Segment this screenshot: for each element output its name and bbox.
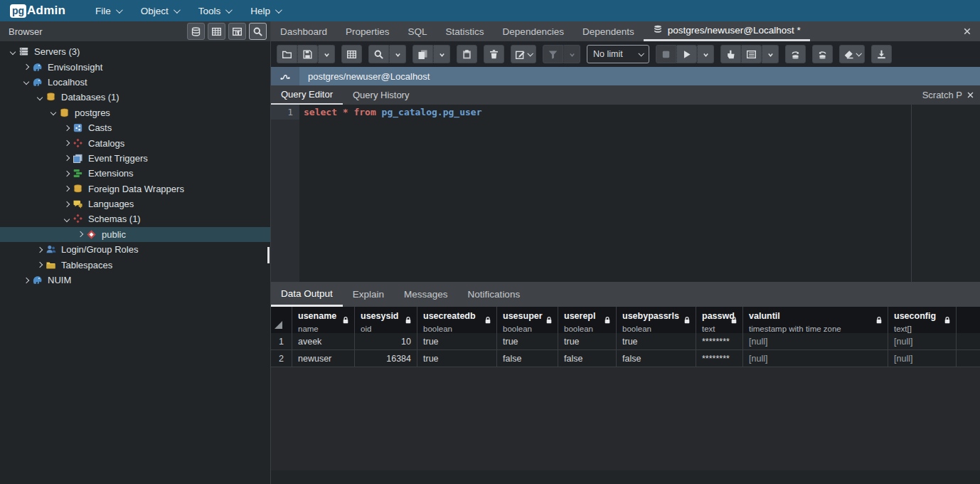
cell-passwd[interactable]: ********: [696, 333, 743, 349]
chevron-right-icon[interactable]: [61, 138, 71, 148]
cell-usesysid[interactable]: 10: [355, 333, 417, 349]
row-number[interactable]: 2: [271, 350, 292, 367]
cell-passwd[interactable]: ********: [696, 350, 743, 367]
menu-tools[interactable]: Tools: [188, 0, 241, 21]
filter-button[interactable]: [543, 45, 563, 63]
tab-data-output[interactable]: Data Output: [271, 282, 343, 307]
chevron-down-icon[interactable]: [21, 77, 31, 87]
filter-grid-button[interactable]: [341, 45, 362, 63]
tree-item-event-triggers[interactable]: Event Triggers: [0, 151, 270, 166]
tree-item-catalogs[interactable]: Catalogs: [0, 135, 270, 150]
save-options-button[interactable]: [318, 45, 335, 63]
tree-item-schemas-1[interactable]: Schemas (1): [0, 211, 270, 226]
tab-dependencies[interactable]: Dependencies: [494, 21, 573, 41]
cell-usesuper[interactable]: true: [497, 333, 558, 349]
browser-filter-button[interactable]: [228, 23, 246, 40]
browser-search-button[interactable]: [249, 23, 267, 40]
limit-select[interactable]: No limit: [587, 45, 649, 63]
sql-line[interactable]: select * from pg_catalog.pg_user: [304, 105, 911, 120]
copy-button[interactable]: [412, 45, 433, 63]
tree-item-envisoinsight[interactable]: EnvisoInsight: [0, 59, 270, 74]
cell-usename[interactable]: aveek: [292, 333, 355, 349]
menu-file[interactable]: File: [85, 0, 131, 21]
chevron-right-icon[interactable]: [34, 260, 44, 270]
tree-item-tablespaces[interactable]: Tablespaces: [0, 257, 270, 272]
panel-close-icon[interactable]: [954, 21, 980, 41]
column-header-passwd[interactable]: passwd text: [696, 307, 743, 333]
column-header-useconfig[interactable]: useconfig text[]: [888, 307, 957, 333]
cell-useconfig[interactable]: [null]: [888, 333, 957, 349]
menu-help[interactable]: Help: [240, 0, 290, 21]
chevron-right-icon[interactable]: [61, 169, 71, 179]
clear-button[interactable]: [839, 45, 865, 63]
tree-item-languages[interactable]: Languages: [0, 196, 270, 211]
menu-object[interactable]: Object: [131, 0, 188, 21]
browser-grid-button[interactable]: [208, 23, 225, 40]
stop-button[interactable]: [656, 45, 676, 63]
execute-cursor-button[interactable]: [720, 45, 741, 63]
tab-properties[interactable]: Properties: [336, 21, 399, 41]
commit-button[interactable]: [785, 45, 806, 63]
execute-options-button[interactable]: [697, 45, 714, 63]
chevron-right-icon[interactable]: [61, 123, 71, 133]
scratch-pad-close-icon[interactable]: [966, 91, 974, 99]
cell-usesuper[interactable]: false: [497, 350, 558, 367]
grid-select-all-corner[interactable]: [271, 307, 292, 333]
paste-button[interactable]: [457, 45, 477, 63]
tab-query-tool[interactable]: postgres/newuser@Localhost *: [644, 21, 810, 41]
delete-button[interactable]: [484, 45, 504, 63]
chevron-right-icon[interactable]: [61, 199, 71, 209]
cell-usebypassrls[interactable]: true: [617, 333, 696, 349]
tab-sql[interactable]: SQL: [399, 21, 437, 41]
find-button[interactable]: [368, 45, 389, 63]
column-header-usecreatedb[interactable]: usecreatedb boolean: [417, 307, 497, 333]
scratch-pad-panel[interactable]: [911, 105, 980, 282]
filter-options-button[interactable]: [563, 45, 580, 63]
tab-query-history[interactable]: Query History: [343, 85, 419, 105]
cell-usename[interactable]: newuser: [292, 350, 355, 367]
execute-button[interactable]: [676, 45, 697, 63]
tree-item-login-group-roles[interactable]: Login/Group Roles: [0, 242, 270, 257]
row-number[interactable]: 1: [271, 333, 292, 349]
view-data-button[interactable]: [741, 45, 762, 63]
browser-db-button[interactable]: [187, 23, 205, 40]
tree-item-localhost[interactable]: Localhost: [0, 75, 270, 90]
tab-messages[interactable]: Messages: [394, 282, 458, 307]
tab-dependents[interactable]: Dependents: [573, 21, 644, 41]
chevron-right-icon[interactable]: [75, 229, 85, 239]
cell-useconfig[interactable]: [null]: [888, 350, 957, 367]
sql-editor[interactable]: 1 select * from pg_catalog.pg_user: [271, 105, 911, 282]
column-header-valuntil[interactable]: valuntil timestamp with time zone: [743, 307, 888, 333]
column-header-userepl[interactable]: userepl boolean: [558, 307, 617, 333]
view-options-button[interactable]: [762, 45, 779, 63]
save-button[interactable]: [297, 45, 318, 63]
cell-usesysid[interactable]: 16384: [355, 350, 417, 367]
tab-query-editor[interactable]: Query Editor: [271, 85, 343, 105]
tree-item-extensions[interactable]: Extensions: [0, 166, 270, 181]
tab-dashboard[interactable]: Dashboard: [271, 21, 336, 41]
tab-notifications[interactable]: Notifications: [458, 282, 531, 307]
sidebar-scrollbar[interactable]: [267, 247, 270, 263]
column-header-usesysid[interactable]: usesysid oid: [355, 307, 417, 333]
tree-item-postgres[interactable]: postgres: [0, 105, 270, 120]
edit-button[interactable]: [511, 45, 536, 63]
find-options-button[interactable]: [389, 45, 406, 63]
chevron-down-icon[interactable]: [7, 47, 17, 57]
cell-usebypassrls[interactable]: false: [617, 350, 696, 367]
column-header-usebypassrls[interactable]: usebypassrls boolean: [617, 307, 696, 333]
open-file-button[interactable]: [277, 45, 297, 63]
tab-explain[interactable]: Explain: [343, 282, 394, 307]
tree-item-servers-3[interactable]: Servers (3): [0, 44, 270, 59]
cell-userepl[interactable]: true: [558, 333, 617, 349]
chevron-right-icon[interactable]: [34, 245, 44, 255]
column-header-usesuper[interactable]: usesuper boolean: [497, 307, 558, 333]
column-header-usename[interactable]: usename name: [292, 307, 355, 333]
chevron-down-icon[interactable]: [61, 214, 71, 224]
cell-valuntil[interactable]: [null]: [743, 333, 888, 349]
copy-options-button[interactable]: [433, 45, 450, 63]
chevron-right-icon[interactable]: [21, 62, 31, 72]
cell-usecreatedb[interactable]: true: [417, 333, 497, 349]
rollback-button[interactable]: [812, 45, 833, 63]
tree-item-foreign-data-wrappers[interactable]: Foreign Data Wrappers: [0, 182, 270, 196]
cell-usecreatedb[interactable]: true: [417, 350, 497, 367]
